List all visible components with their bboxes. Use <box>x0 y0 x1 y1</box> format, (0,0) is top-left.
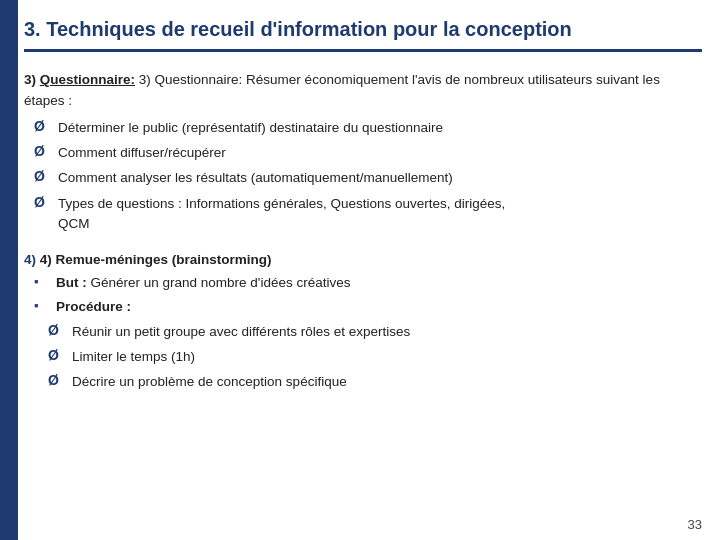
questionnaire-number: 3) <box>24 72 40 87</box>
section3-label: 3) Questionnaire: <box>24 72 135 87</box>
procedure-sub-bullets: Ø Réunir un petit groupe avec différents… <box>24 322 702 393</box>
but-text: But : Générer un grand nombre d'idées cr… <box>56 273 351 293</box>
bullet-item-4: Ø Types de questions : Informations géné… <box>24 194 702 235</box>
arrow-icon-2: Ø <box>34 143 50 159</box>
proc-arrow-3: Ø <box>48 372 64 388</box>
section4-title: 4) 4) Remue-méninges (brainstorming) <box>24 252 702 267</box>
bullet-text-3: Comment analyser les résultats (automati… <box>58 168 453 188</box>
proc-text-2: Limiter le temps (1h) <box>72 347 195 367</box>
left-accent-bar <box>0 0 18 540</box>
bullet-text-4: Types de questions : Informations généra… <box>58 194 505 235</box>
bullet-text-2: Comment diffuser/récupérer <box>58 143 226 163</box>
section4-title-text: 4) Remue-méninges (brainstorming) <box>40 252 272 267</box>
proc-text-1: Réunir un petit groupe avec différents r… <box>72 322 410 342</box>
types-text-line2: QCM <box>58 216 90 231</box>
procedure-label: Procédure : <box>56 297 131 317</box>
section3-intro: 3) Questionnaire: 3) Questionnaire: Résu… <box>24 70 702 112</box>
bullet-text-1: Déterminer le public (représentatif) des… <box>58 118 443 138</box>
arrow-icon-4: Ø <box>34 194 50 210</box>
square-icon-proc: ▪ <box>34 298 48 313</box>
bullet-item-2: Ø Comment diffuser/récupérer <box>24 143 702 163</box>
bullet-item-3: Ø Comment analyser les résultats (automa… <box>24 168 702 188</box>
but-desc: Générer un grand nombre d'idées créative… <box>91 275 351 290</box>
proc-arrow-1: Ø <box>48 322 64 338</box>
proc-arrow-2: Ø <box>48 347 64 363</box>
section4: 4) 4) Remue-méninges (brainstorming) ▪ B… <box>24 252 702 392</box>
procedure-item: ▪ Procédure : <box>24 297 702 317</box>
arrow-icon-3: Ø <box>34 168 50 184</box>
proc-bullet-1: Ø Réunir un petit groupe avec différents… <box>38 322 702 342</box>
proc-text-3: Décrire un problème de conception spécif… <box>72 372 347 392</box>
types-text-line1: Types de questions : Informations généra… <box>58 196 505 211</box>
but-item: ▪ But : Générer un grand nombre d'idées … <box>24 273 702 293</box>
but-label: But : <box>56 275 87 290</box>
section4-number: 4) <box>24 252 40 267</box>
content-area: 3. Techniques de recueil d'information p… <box>24 18 702 510</box>
questionnaire-title: Questionnaire: <box>40 72 135 87</box>
page-number: 33 <box>688 517 702 532</box>
title-underline <box>24 49 702 52</box>
slide-container: 3. Techniques de recueil d'information p… <box>0 0 720 540</box>
proc-bullet-3: Ø Décrire un problème de conception spéc… <box>38 372 702 392</box>
proc-bullet-2: Ø Limiter le temps (1h) <box>38 347 702 367</box>
arrow-icon-1: Ø <box>34 118 50 134</box>
bullet-item-1: Ø Déterminer le public (représentatif) d… <box>24 118 702 138</box>
square-icon-but: ▪ <box>34 274 48 289</box>
slide-title: 3. Techniques de recueil d'information p… <box>24 18 702 41</box>
